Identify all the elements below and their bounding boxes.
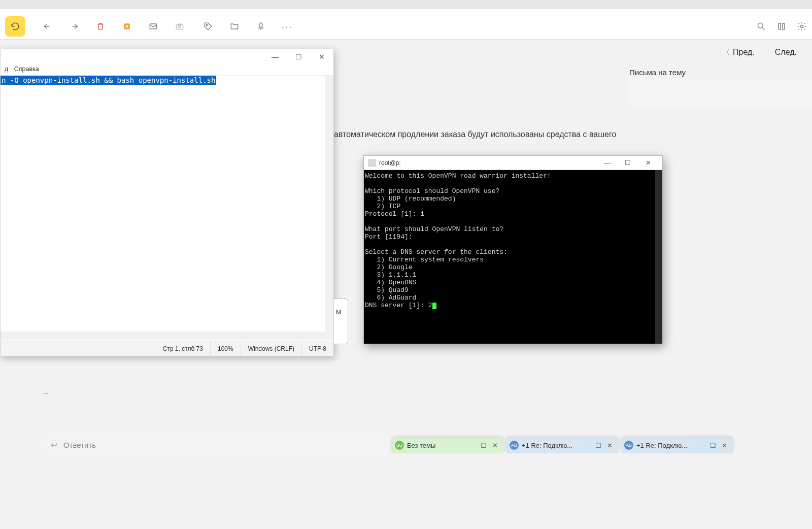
notepad-menubar: д Справка xyxy=(1,64,333,76)
ssh-window: root@p: — ☐ ✕ Welcome to this OpenVPN ro… xyxy=(363,155,663,344)
chat-title: +1 Re: Подклю... xyxy=(636,442,687,449)
nav-prev-label: Пред. xyxy=(733,48,755,57)
ssh-close-button[interactable]: ✕ xyxy=(638,156,658,170)
reply-button[interactable] xyxy=(38,16,58,37)
forward-button[interactable] xyxy=(64,16,84,37)
notepad-maximize-button[interactable]: ☐ xyxy=(287,49,310,64)
spam-button[interactable] xyxy=(117,16,137,37)
nav-next-label: След. xyxy=(775,48,797,57)
subject-panel[interactable] xyxy=(629,79,812,107)
layout-icon xyxy=(776,21,787,31)
chat-max-icon[interactable]: ☐ xyxy=(707,442,719,449)
chat-title: Без темы xyxy=(407,442,435,449)
attachment-letter: М xyxy=(336,308,342,316)
putty-icon xyxy=(368,159,376,167)
delete-button[interactable] xyxy=(90,16,111,37)
notepad-selected-text[interactable]: n -O openvpn-install.sh && bash openvpn-… xyxy=(1,76,216,85)
label-button[interactable] xyxy=(198,16,218,37)
spam-icon xyxy=(122,21,132,31)
nav-right: 〈Пред. След. xyxy=(723,40,812,65)
chat-close-icon[interactable]: ✕ xyxy=(719,442,730,449)
layout-button[interactable] xyxy=(771,16,792,37)
forward-icon xyxy=(69,21,79,31)
notepad-menu-item-help[interactable]: Справка xyxy=(14,65,39,73)
chat-min-icon[interactable]: — xyxy=(582,442,593,449)
nav-next[interactable]: След. xyxy=(775,48,797,57)
svg-point-3 xyxy=(179,25,181,28)
settings-button[interactable] xyxy=(792,16,812,37)
chat-min-icon[interactable]: — xyxy=(696,442,707,449)
notepad-scrollbar-h[interactable] xyxy=(1,332,333,340)
reply-icon: ↩ xyxy=(51,440,57,450)
notepad-content[interactable]: n -O openvpn-install.sh && bash openvpn-… xyxy=(1,76,333,340)
camera-icon xyxy=(175,21,185,31)
more-button[interactable]: ··· xyxy=(277,16,297,37)
ssh-scrollbar[interactable] xyxy=(655,170,662,344)
chat-close-icon[interactable]: ✕ xyxy=(604,442,615,449)
chat-title: +1 Re: Подклю... xyxy=(522,442,572,449)
snapshot-button[interactable] xyxy=(170,16,190,37)
chat-max-icon[interactable]: ☐ xyxy=(593,442,604,449)
terminal-cursor xyxy=(432,303,436,309)
svg-point-5 xyxy=(758,23,763,28)
pin-icon xyxy=(256,21,266,31)
notepad-close-button[interactable]: ✕ xyxy=(310,49,333,64)
svg-rect-6 xyxy=(779,23,781,29)
notepad-titlebar[interactable]: — ☐ ✕ xyxy=(1,49,333,64)
notepad-scrollbar-v[interactable] xyxy=(325,76,333,340)
folder-icon xyxy=(229,21,240,31)
reply-placeholder: Ответить xyxy=(63,441,96,449)
ssh-minimize-button[interactable]: — xyxy=(597,156,618,170)
notepad-menu-item-1[interactable]: д xyxy=(5,65,8,73)
browser-top-band xyxy=(0,0,812,9)
chat-min-icon[interactable]: — xyxy=(467,442,478,449)
signature-dashes: -- xyxy=(44,389,48,396)
notepad-statusbar: Стр 1, стлб 73 100% Windows (CRLF) UTF-8 xyxy=(1,341,333,356)
reply-icon xyxy=(43,21,53,31)
avatar: АВ xyxy=(510,441,519,450)
mail-body-line: автоматическом продлении заказа будут ис… xyxy=(334,130,616,139)
search-icon xyxy=(756,21,766,31)
tag-icon xyxy=(203,21,213,31)
search-button[interactable] xyxy=(751,16,771,37)
move-button[interactable] xyxy=(224,16,245,37)
chevron-left-icon: 〈 xyxy=(723,48,730,57)
envelope-icon xyxy=(148,21,158,31)
chat-tab-1[interactable]: SU Без темы —☐✕ xyxy=(392,438,503,453)
svg-rect-7 xyxy=(783,23,785,29)
avatar: SU xyxy=(395,441,404,450)
refresh-icon xyxy=(10,21,20,31)
ssh-maximize-button[interactable]: ☐ xyxy=(618,156,638,170)
nav-prev[interactable]: 〈Пред. xyxy=(723,48,755,57)
pin-button[interactable] xyxy=(251,16,271,37)
notepad-window: — ☐ ✕ д Справка n -O openvpn-install.sh … xyxy=(0,49,334,356)
ssh-terminal[interactable]: Welcome to this OpenVPN road warrior ins… xyxy=(364,170,662,344)
svg-point-4 xyxy=(206,24,208,26)
status-zoom: 100% xyxy=(210,341,241,356)
chat-close-icon[interactable]: ✕ xyxy=(489,442,500,449)
notepad-minimize-button[interactable]: — xyxy=(263,49,287,64)
attachment-dropzone[interactable]: М xyxy=(334,299,348,344)
trash-icon xyxy=(95,21,106,31)
refresh-button[interactable] xyxy=(5,16,25,37)
status-enc: UTF-8 xyxy=(301,341,333,356)
avatar: АВ xyxy=(624,441,633,450)
ssh-titlebar[interactable]: root@p: — ☐ ✕ xyxy=(364,156,662,170)
mail-toolbar: ··· xyxy=(0,9,812,40)
svg-point-8 xyxy=(801,25,803,28)
ssh-title-text: root@p: xyxy=(379,159,401,167)
mark-read-button[interactable] xyxy=(143,16,163,37)
gear-icon xyxy=(797,21,807,31)
status-pos: Стр 1, стлб 73 xyxy=(156,341,210,356)
chat-tab-3[interactable]: АВ +1 Re: Подклю... —☐✕ xyxy=(621,438,733,453)
chat-max-icon[interactable]: ☐ xyxy=(478,442,489,449)
status-eol: Windows (CRLF) xyxy=(241,341,301,356)
chat-tab-2[interactable]: АВ +1 Re: Подклю... —☐✕ xyxy=(506,438,618,453)
